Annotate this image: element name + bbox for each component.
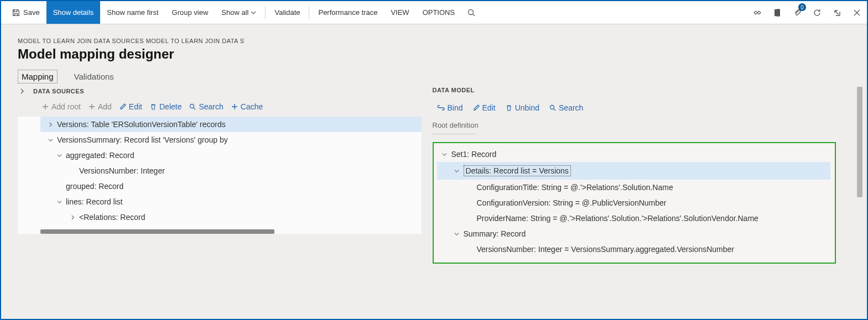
tree-label: lines: Record list <box>66 197 123 206</box>
perf-trace-button[interactable]: Performance trace <box>311 1 384 24</box>
collapse-icon[interactable] <box>55 200 64 204</box>
dm-node-config-version[interactable]: ConfigurationVersion: String = @.PublicV… <box>437 195 831 211</box>
attachments-badge: 0 <box>798 3 806 11</box>
show-name-first-button[interactable]: Show name first <box>100 1 165 24</box>
tab-validations-label: Validations <box>74 72 114 81</box>
svg-point-1 <box>190 104 194 108</box>
delete-label: Delete <box>159 102 181 111</box>
expand-icon[interactable] <box>46 122 55 127</box>
close-icon <box>853 9 861 17</box>
ds-search-button[interactable]: Search <box>189 102 223 111</box>
show-details-label: Show details <box>53 8 94 17</box>
collapse-icon[interactable] <box>453 169 461 174</box>
office-icon <box>773 8 782 17</box>
collapse-icon[interactable] <box>440 152 449 157</box>
cache-label: Cache <box>241 102 263 111</box>
attachments-button[interactable]: 0 <box>787 1 807 24</box>
show-name-first-label: Show name first <box>107 8 158 17</box>
perf-trace-label: Performance trace <box>318 8 377 17</box>
dm-label: Details: Record list = Versions <box>464 165 571 176</box>
trash-icon <box>150 103 157 110</box>
group-view-label: Group view <box>172 8 209 17</box>
dm-node-versions-number[interactable]: VersionsNumber: Integer = VersionsSummar… <box>437 242 831 257</box>
tab-validations[interactable]: Validations <box>73 70 115 83</box>
tree-node-lines[interactable]: lines: Record list <box>40 194 422 209</box>
tree-label: aggregated: Record <box>66 151 134 160</box>
add-label: Add <box>98 102 112 111</box>
plus-icon <box>42 103 49 110</box>
show-details-button[interactable]: Show details <box>46 1 101 24</box>
tree-label: Versions: Table 'ERSolutionVersionTable'… <box>57 120 226 129</box>
dm-node-provider-name[interactable]: ProviderName: String = @.'>Relations'.So… <box>437 211 831 226</box>
separator <box>309 7 309 19</box>
content-area: MODEL TO LEARN JOIN DATA SOURCES MODEL T… <box>1 24 867 319</box>
refresh-button[interactable] <box>807 1 827 24</box>
add-button[interactable]: Add <box>89 102 112 111</box>
popout-icon <box>833 8 841 17</box>
bind-button[interactable]: Bind <box>437 103 463 112</box>
data-sources-tree: Versions: Table 'ERSolutionVersionTable'… <box>18 117 422 234</box>
tree-label: VersionsSummary: Record list 'Versions' … <box>57 135 228 144</box>
tree-node-versions-number[interactable]: VersionsNumber: Integer <box>40 163 422 179</box>
dm-label: ConfigurationTitle: String = @.'>Relatio… <box>477 183 673 192</box>
options-button[interactable]: OPTIONS <box>416 1 462 24</box>
dm-node-details[interactable]: Details: Record list = Versions <box>437 162 831 180</box>
cache-button[interactable]: Cache <box>231 102 263 111</box>
unbind-button[interactable]: Unbind <box>506 103 539 112</box>
show-all-label: Show all <box>221 8 248 17</box>
data-sources-actions: Add root Add Edit Delete Search <box>42 102 422 111</box>
tree-node-versions-summary[interactable]: VersionsSummary: Record list 'Versions' … <box>40 132 422 148</box>
collapse-icon[interactable] <box>453 232 461 237</box>
validate-button[interactable]: Validate <box>268 1 306 24</box>
view-label: VIEW <box>391 8 409 17</box>
expand-icon[interactable] <box>68 215 77 220</box>
ds-edit-label: Edit <box>129 102 142 111</box>
group-view-button[interactable]: Group view <box>165 1 215 24</box>
collapse-icon[interactable] <box>46 138 55 143</box>
dm-node-set1[interactable]: Set1: Record <box>437 146 831 162</box>
show-all-button[interactable]: Show all <box>215 1 263 24</box>
bind-label: Bind <box>448 103 463 112</box>
data-model-header: DATA MODEL <box>433 87 836 93</box>
collapse-types-button[interactable] <box>18 87 27 96</box>
dm-search-button[interactable]: Search <box>549 103 583 112</box>
save-button[interactable]: Save <box>6 1 46 24</box>
tree-node-aggregated[interactable]: aggregated: Record <box>40 148 422 163</box>
collapse-icon[interactable] <box>55 153 64 158</box>
root-definition-label: Root definition <box>433 121 836 129</box>
popout-button[interactable] <box>827 1 847 24</box>
view-button[interactable]: VIEW <box>384 1 415 24</box>
search-button[interactable] <box>461 1 481 24</box>
tree-label: VersionsNumber: Integer <box>79 166 165 175</box>
dm-node-config-title[interactable]: ConfigurationTitle: String = @.'>Relatio… <box>437 180 831 195</box>
dm-edit-button[interactable]: Edit <box>473 103 496 112</box>
data-model-tree: Set1: Record Details: Record list = Vers… <box>433 142 836 264</box>
ds-edit-button[interactable]: Edit <box>119 102 142 111</box>
tree-node-grouped[interactable]: grouped: Record <box>40 179 422 194</box>
root-definition-field[interactable] <box>433 134 477 134</box>
office-button[interactable] <box>767 1 787 24</box>
horizontal-scrollbar[interactable] <box>40 229 274 234</box>
search-icon <box>549 104 556 111</box>
add-root-button[interactable]: Add root <box>42 102 81 111</box>
data-sources-panel: DATA SOURCES Add root Add Edit Delete <box>18 87 422 264</box>
vertical-scrollbar[interactable] <box>857 87 862 197</box>
tree-node-versions[interactable]: Versions: Table 'ERSolutionVersionTable'… <box>40 117 422 132</box>
close-button[interactable] <box>847 1 867 24</box>
ds-search-label: Search <box>199 102 223 111</box>
plus-icon <box>231 103 238 110</box>
dm-search-label: Search <box>559 103 583 112</box>
tree-node-relations[interactable]: <Relations: Record <box>40 209 422 225</box>
dm-node-summary[interactable]: Summary: Record <box>437 226 831 242</box>
connector-button[interactable] <box>747 1 767 24</box>
tab-mapping-label: Mapping <box>22 72 54 81</box>
svg-point-0 <box>469 9 474 14</box>
tab-mapping[interactable]: Mapping <box>18 70 58 83</box>
toolbar: Save Show details Show name first Group … <box>1 1 867 24</box>
dm-label: ConfigurationVersion: String = @.PublicV… <box>477 198 667 207</box>
separator <box>265 7 266 19</box>
link-icon <box>437 104 445 111</box>
dm-label: Summary: Record <box>464 229 526 238</box>
pencil-icon <box>473 104 480 111</box>
delete-button[interactable]: Delete <box>150 102 181 111</box>
